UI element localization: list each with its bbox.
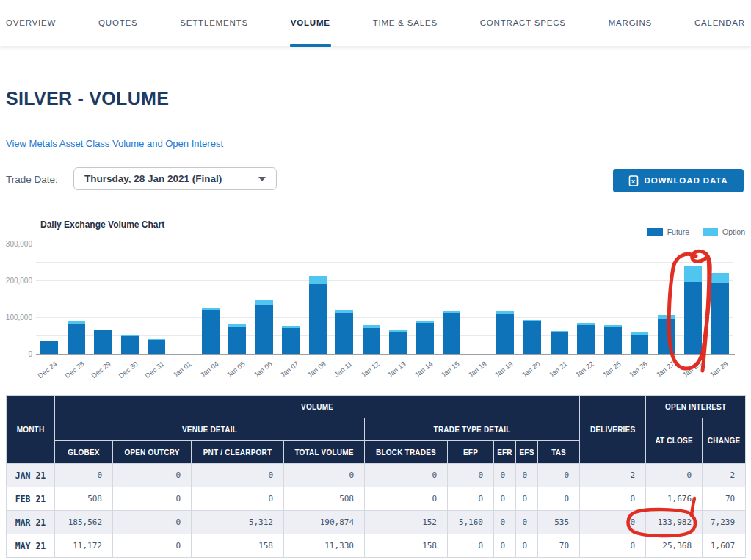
table-cell: 7,239 (703, 511, 746, 534)
x-axis-label: Jan 07 (279, 360, 300, 379)
top-navigation: OVERVIEWQUOTESSETTLEMENTSVOLUMETIME & SA… (0, 0, 751, 46)
bar-option-segment (684, 266, 702, 282)
bar-jan-21 (551, 331, 568, 355)
metals-asset-class-link[interactable]: View Metals Asset Class Volume and Open … (6, 138, 223, 149)
table-cell: 0 (494, 511, 516, 534)
legend-item-option[interactable]: Option (703, 228, 745, 236)
table-cell: 0 (448, 534, 494, 558)
table-cell: 11,172 (55, 534, 113, 558)
bar-option-segment (443, 311, 460, 313)
month-cell: MAR 21 (7, 511, 55, 534)
col-header-venue-detail: VENUE DETAIL (55, 418, 365, 441)
table-cell: 508 (55, 487, 113, 511)
x-axis-label: Jan 01 (171, 360, 192, 379)
table-cell: 1,676 (646, 487, 703, 511)
bar-future-segment (684, 282, 702, 355)
tab-calendar[interactable]: CALENDAR (694, 0, 745, 46)
bar-option-segment (496, 311, 514, 314)
x-axis-label: Jan 04 (198, 360, 220, 379)
x-axis-label: Jan 15 (440, 360, 461, 379)
chart-plot-area (36, 244, 733, 354)
gridline (36, 262, 733, 263)
bar-option-segment (255, 300, 273, 305)
col-header-change: CHANGE (703, 418, 746, 464)
bar-jan-15 (443, 311, 460, 354)
col-header-total-volume: TOTAL VOLUME (284, 441, 365, 464)
tab-volume[interactable]: VOLUME (291, 0, 330, 46)
download-data-button[interactable]: x DOWNLOAD DATA (613, 169, 744, 192)
tab-time-sales[interactable]: TIME & SALES (373, 0, 438, 46)
bar-jan-11 (335, 310, 353, 354)
table-cell: 0 (113, 534, 192, 558)
x-axis-label: Jan 21 (547, 360, 568, 379)
bar-future-segment (523, 321, 541, 354)
bar-jan-26 (631, 332, 648, 355)
table-cell: 152 (365, 511, 448, 534)
x-axis-label: Jan 28 (681, 360, 703, 379)
table-cell: 0 (113, 511, 192, 534)
table-cell: 70 (703, 487, 746, 511)
bar-future-segment (711, 283, 729, 354)
x-axis-label: Jan 06 (252, 360, 273, 379)
chart-title: Daily Exchange Volume Chart (40, 219, 164, 230)
bar-option-segment (389, 330, 407, 332)
x-axis-label: Jan 22 (574, 360, 595, 379)
table-cell: 190,874 (284, 511, 365, 534)
x-axis-label: Jan 13 (386, 360, 407, 379)
bar-option-segment (335, 310, 353, 313)
bar-jan-13 (389, 330, 407, 355)
tab-margins[interactable]: MARGINS (609, 0, 652, 46)
tab-overview[interactable]: OVERVIEW (6, 0, 56, 46)
table-cell: 185,562 (55, 511, 113, 534)
col-header-efr: EFR (494, 441, 516, 464)
bar-jan-07 (282, 326, 300, 354)
x-axis-label: Jan 11 (333, 360, 354, 379)
table-cell: 2 (580, 464, 646, 487)
tab-quotes[interactable]: QUOTES (98, 0, 137, 46)
x-axis-label: Jan 27 (654, 360, 675, 379)
bar-dec-24 (40, 341, 58, 355)
tab-contract-specs[interactable]: CONTRACT SPECS (480, 0, 566, 46)
table-cell: 0 (494, 487, 516, 511)
bar-jan-25 (604, 325, 622, 355)
col-header-month: MONTH (7, 396, 55, 464)
x-axis-label: Jan 25 (601, 360, 622, 379)
legend-item-future[interactable]: Future (647, 228, 689, 236)
table-cell: 70 (538, 534, 580, 558)
bar-future-segment (148, 340, 165, 355)
trade-date-label: Trade Date: (6, 174, 58, 185)
bar-future-segment (416, 323, 434, 354)
tab-settlements[interactable]: SETTLEMENTS (180, 0, 248, 46)
table-cell: 0 (516, 534, 538, 558)
gridline (36, 335, 733, 336)
x-axis-label: Jan 29 (708, 360, 729, 379)
bar-dec-29 (94, 330, 112, 355)
y-axis-label: 200,000 (0, 277, 32, 285)
col-header-trade-type-detail: TRADE TYPE DETAIL (365, 418, 580, 441)
volume-table: MONTH VOLUME DELIVERIES OPEN INTEREST VE… (6, 395, 746, 558)
table-cell: 508 (284, 487, 365, 511)
x-axis-label: Jan 26 (628, 360, 649, 379)
bar-option-segment (68, 321, 85, 324)
trade-date-select[interactable]: Thursday, 28 Jan 2021 (Final) (73, 167, 277, 190)
gridline (36, 280, 733, 281)
bar-jan-08 (309, 276, 327, 355)
table-cell: 5,312 (192, 511, 284, 534)
table-row-may-21: MAY 2111,172015811,33015800070025,3681,6… (7, 534, 746, 558)
table-cell: 0 (365, 464, 448, 487)
bar-jan-14 (416, 321, 434, 355)
table-cell: 0 (494, 464, 516, 487)
x-axis-label: Jan 08 (305, 360, 327, 379)
bar-jan-20 (523, 320, 541, 354)
table-cell: -2 (703, 464, 746, 487)
col-header-open-interest: OPEN INTEREST (646, 396, 746, 418)
table-cell: 0 (365, 487, 448, 511)
download-data-label: DOWNLOAD DATA (644, 176, 728, 185)
bar-future-segment (363, 328, 380, 354)
table-cell: 25,368 (646, 534, 703, 558)
legend-swatch-future (647, 228, 663, 236)
bar-jan-19 (496, 311, 514, 354)
table-cell: 1,607 (703, 534, 746, 558)
y-axis-label: 100,000 (0, 313, 32, 321)
x-axis-label: Dec 24 (37, 360, 59, 379)
